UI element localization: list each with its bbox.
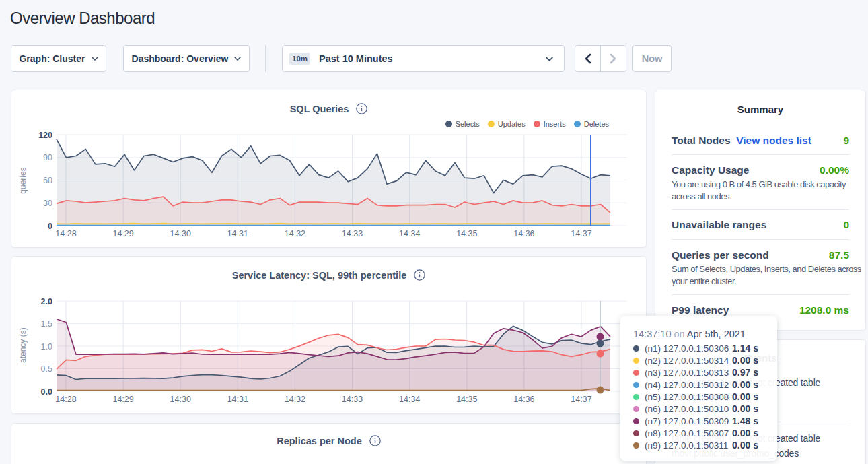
- svg-text:14:33: 14:33: [342, 229, 363, 238]
- svg-text:14:31: 14:31: [227, 229, 248, 238]
- svg-text:14:34: 14:34: [399, 229, 420, 238]
- svg-text:14:34: 14:34: [399, 395, 420, 404]
- svg-text:14:30: 14:30: [170, 395, 191, 404]
- svg-text:queries: queries: [18, 167, 28, 193]
- svg-text:0.5: 0.5: [41, 364, 52, 374]
- svg-text:14:33: 14:33: [342, 395, 363, 404]
- svg-text:14:29: 14:29: [112, 229, 133, 238]
- svg-text:2.0: 2.0: [41, 297, 52, 306]
- svg-text:14:28: 14:28: [55, 229, 76, 238]
- svg-text:14:29: 14:29: [112, 395, 133, 404]
- svg-text:60: 60: [43, 176, 52, 185]
- svg-text:latency (s): latency (s): [18, 327, 28, 364]
- svg-text:14:28: 14:28: [55, 395, 76, 404]
- svg-text:14:36: 14:36: [513, 395, 534, 404]
- svg-text:14:37: 14:37: [571, 229, 591, 238]
- svg-text:0.0: 0.0: [41, 387, 52, 397]
- svg-text:120: 120: [38, 131, 52, 140]
- svg-text:14:37: 14:37: [571, 395, 591, 404]
- svg-text:14:32: 14:32: [285, 395, 305, 404]
- svg-text:1.5: 1.5: [41, 319, 52, 329]
- svg-text:14:35: 14:35: [456, 229, 477, 238]
- svg-text:1.0: 1.0: [41, 342, 52, 352]
- svg-text:14:30: 14:30: [170, 229, 191, 238]
- svg-text:30: 30: [43, 199, 52, 208]
- svg-text:14:35: 14:35: [456, 395, 477, 404]
- svg-text:14:36: 14:36: [513, 229, 534, 238]
- svg-text:90: 90: [43, 153, 52, 162]
- svg-text:0: 0: [48, 222, 52, 231]
- svg-text:14:32: 14:32: [285, 229, 305, 238]
- svg-text:14:31: 14:31: [227, 395, 248, 404]
